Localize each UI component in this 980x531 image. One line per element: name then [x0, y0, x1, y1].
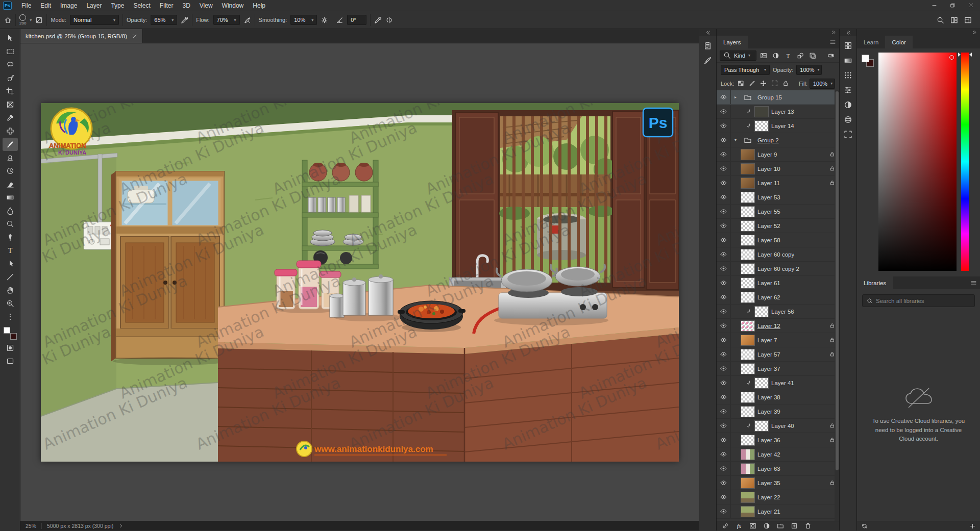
clone-stamp-tool[interactable] — [3, 151, 18, 164]
patterns-panel-icon[interactable] — [841, 68, 855, 82]
quick-mask-mode[interactable] — [3, 341, 18, 355]
layer-row[interactable]: Layer 7 — [717, 333, 839, 347]
layer-row[interactable]: Layer 14 — [717, 119, 839, 133]
zoom-tool[interactable] — [3, 297, 18, 310]
layer-fill-select[interactable]: 100%▾ — [810, 79, 835, 89]
layer-name[interactable]: Group 2 — [757, 137, 779, 143]
gradient-tool[interactable] — [3, 191, 18, 204]
menu-item[interactable]: Image — [56, 2, 82, 9]
visibility-eye-icon[interactable] — [720, 194, 727, 200]
color-panel-tab[interactable]: Color — [885, 36, 912, 48]
eyedropper-tool[interactable] — [3, 111, 18, 124]
canvas-viewport[interactable]: Animation Ki DuniyaAnimation Ki DuniyaAn… — [20, 43, 699, 521]
layer-thumbnail[interactable] — [741, 435, 755, 446]
close-tab-icon[interactable] — [132, 34, 137, 39]
layer-row[interactable]: Layer 35 — [717, 476, 839, 490]
visibility-eye-icon[interactable] — [720, 180, 727, 186]
sync-status-icon[interactable] — [861, 523, 868, 529]
blend-mode-select[interactable]: Normal▾ — [70, 15, 119, 25]
layer-thumbnail[interactable] — [741, 149, 755, 160]
visibility-eye-icon[interactable] — [720, 422, 727, 429]
layer-thumbnail[interactable] — [741, 163, 755, 174]
layer-row[interactable]: Layer 37 — [717, 362, 839, 376]
layer-row[interactable]: Layer 21 — [717, 504, 839, 519]
gradients-panel-icon[interactable] — [841, 54, 855, 67]
layer-name[interactable]: Layer 56 — [771, 309, 794, 315]
tab-layers[interactable]: Layers — [717, 36, 748, 48]
layer-name[interactable]: Layer 39 — [757, 409, 780, 415]
visibility-eye-icon[interactable] — [720, 494, 727, 500]
add-library-icon[interactable] — [969, 523, 976, 529]
layer-blend-mode-select[interactable]: Pass Through▾ — [721, 65, 770, 75]
info-panel-icon[interactable] — [701, 39, 715, 53]
layer-thumbnail[interactable] — [741, 406, 755, 417]
materials-panel-icon[interactable] — [841, 113, 855, 127]
new-layer-icon[interactable] — [788, 522, 800, 530]
layer-thumbnail[interactable] — [754, 377, 769, 389]
pressure-size-icon[interactable] — [374, 16, 382, 24]
crop-tool[interactable] — [3, 85, 18, 98]
layer-name[interactable]: Layer 37 — [757, 366, 780, 372]
layer-thumbnail[interactable] — [754, 420, 769, 432]
layer-row[interactable]: Layer 58 — [717, 233, 839, 247]
layer-name[interactable]: Layer 12 — [757, 323, 780, 329]
visibility-eye-icon[interactable] — [720, 479, 727, 486]
layer-row[interactable]: ▸ Group 15 — [717, 90, 839, 105]
filter-toggle-icon[interactable] — [825, 50, 836, 61]
hand-tool[interactable] — [3, 284, 18, 297]
zoom-level[interactable]: 25% — [26, 523, 36, 529]
layers-panel-menu-icon[interactable] — [826, 36, 839, 48]
visibility-eye-icon[interactable] — [720, 394, 727, 400]
layer-row[interactable]: Layer 11 — [717, 176, 839, 190]
visibility-eye-icon[interactable] — [720, 351, 727, 358]
layer-name[interactable]: Layer 21 — [757, 509, 780, 515]
color-swatches[interactable] — [857, 53, 878, 276]
properties-panel-icon[interactable] — [841, 83, 855, 97]
delete-layer-icon[interactable] — [802, 522, 814, 530]
minimize-button[interactable] — [925, 0, 943, 11]
brush-picker-chevron-icon[interactable]: ▾ — [30, 18, 32, 22]
layer-name[interactable]: Layer 14 — [771, 123, 794, 129]
layer-thumbnail[interactable] — [741, 477, 755, 489]
layer-thumbnail[interactable] — [741, 492, 755, 503]
search-icon[interactable] — [937, 16, 944, 24]
layer-style-icon[interactable]: fx — [733, 522, 745, 530]
filter-kind-select[interactable]: Kind ▾ — [720, 50, 756, 61]
layer-row[interactable]: Layer 52 — [717, 219, 839, 233]
airbrush-icon[interactable] — [243, 16, 251, 24]
layer-row[interactable]: Layer 61 — [717, 276, 839, 290]
workspace-switcher-icon[interactable] — [964, 16, 972, 24]
adjustments-panel-icon[interactable] — [841, 98, 855, 112]
visibility-eye-icon[interactable] — [720, 265, 727, 272]
menu-item[interactable]: Window — [217, 2, 249, 9]
layer-name[interactable]: Layer 41 — [771, 380, 794, 386]
status-chevron-icon[interactable] — [118, 523, 124, 528]
menu-item[interactable]: File — [17, 2, 36, 9]
visibility-eye-icon[interactable] — [720, 294, 727, 300]
layer-row[interactable]: Layer 41 — [717, 376, 839, 390]
smoothing-options-gear-icon[interactable] — [321, 16, 328, 24]
rectangular-marquee-tool[interactable] — [3, 45, 18, 58]
filter-type-layers-icon[interactable]: T — [782, 50, 793, 61]
visibility-eye-icon[interactable] — [720, 465, 727, 472]
layer-row[interactable]: Layer 13 — [717, 105, 839, 119]
layer-name[interactable]: Layer 53 — [757, 194, 780, 200]
smoothing-select[interactable]: 10%▾ — [290, 15, 317, 25]
layer-row[interactable]: Layer 56 — [717, 305, 839, 319]
lock-all-icon[interactable] — [781, 79, 790, 88]
close-button[interactable] — [962, 0, 980, 11]
layer-thumbnail[interactable] — [741, 263, 755, 274]
expand-panels-icon[interactable] — [705, 30, 711, 35]
layer-thumbnail[interactable] — [741, 392, 755, 403]
layer-thumbnail[interactable] — [741, 335, 755, 346]
tab-libraries[interactable]: Libraries — [857, 276, 893, 289]
layer-name[interactable]: Layer 36 — [757, 437, 780, 443]
layer-thumbnail[interactable] — [741, 449, 755, 460]
menu-item[interactable]: View — [195, 2, 217, 9]
spot-healing-brush-tool[interactable] — [3, 124, 18, 138]
visibility-eye-icon[interactable] — [720, 437, 727, 443]
layer-thumbnail[interactable] — [741, 220, 755, 232]
collapse-panels-icon[interactable] — [972, 30, 977, 35]
layer-row[interactable]: Layer 40 — [717, 419, 839, 433]
screen-mode[interactable] — [3, 355, 18, 368]
